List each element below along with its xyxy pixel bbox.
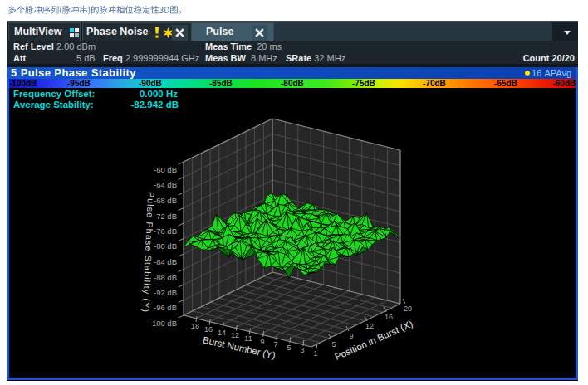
svg-text:5: 5 — [287, 344, 291, 352]
svg-text:-100 dB: -100 dB — [149, 319, 177, 328]
svg-text:-60 dB: -60 dB — [154, 165, 177, 174]
svg-text:3: 3 — [300, 346, 304, 354]
svg-text:0.000 Hz: 0.000 Hz — [140, 89, 178, 99]
svg-text:20: 20 — [404, 305, 412, 313]
svg-text:-80 dB: -80 dB — [154, 241, 177, 251]
svg-text:-92 dB: -92 dB — [154, 288, 177, 297]
svg-text:5: 5 — [331, 340, 336, 348]
svg-text:9: 9 — [349, 332, 353, 340]
svg-text:-68 dB: -68 dB — [154, 196, 177, 205]
svg-text:12: 12 — [231, 331, 239, 339]
svg-text:-76 dB: -76 dB — [154, 227, 177, 236]
svg-text:-96 dB: -96 dB — [154, 303, 177, 312]
svg-text:Frequency Offset:: Frequency Offset: — [13, 89, 95, 99]
svg-text:-64 dB: -64 dB — [154, 180, 177, 189]
svg-text:12: 12 — [365, 322, 374, 330]
svg-text:1: 1 — [313, 349, 317, 358]
svg-text:18: 18 — [191, 322, 199, 330]
svg-text:16: 16 — [385, 313, 393, 321]
svg-text:14: 14 — [218, 329, 226, 337]
svg-text:-72 dB: -72 dB — [154, 212, 177, 221]
svg-text:11: 11 — [244, 334, 252, 343]
svg-text:9: 9 — [260, 338, 264, 346]
svg-text:7: 7 — [273, 340, 277, 348]
svg-text:-88 dB: -88 dB — [154, 273, 177, 282]
svg-text:-82.942 dB: -82.942 dB — [130, 100, 179, 110]
svg-text:16: 16 — [204, 325, 213, 334]
svg-text:-84 dB: -84 dB — [154, 257, 177, 266]
svg-text:Average Stability:: Average Stability: — [13, 100, 94, 110]
svg-text:Burst Number (Y): Burst Number (Y) — [202, 334, 277, 360]
